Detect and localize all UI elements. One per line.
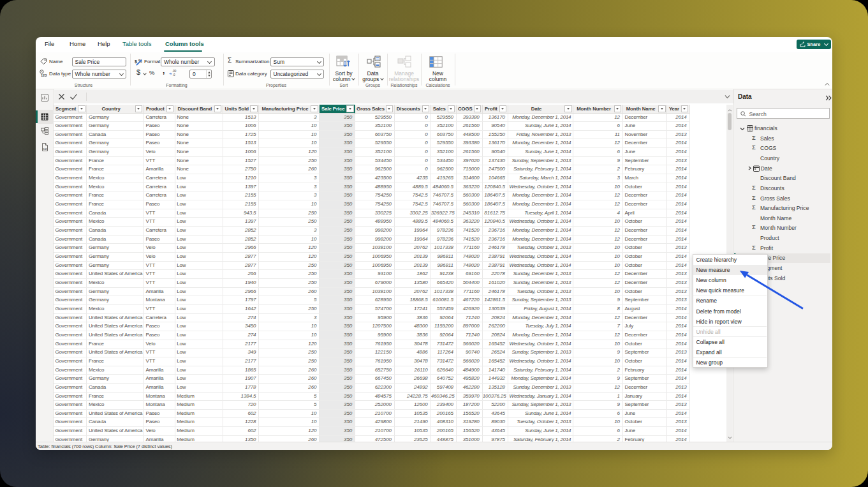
svg-text:.0: .0 xyxy=(173,73,175,76)
svg-text:DAX: DAX xyxy=(43,148,48,151)
svg-text:123: 123 xyxy=(41,73,47,77)
svg-text:$: $ xyxy=(135,59,137,64)
svg-text:.00: .00 xyxy=(172,70,177,73)
